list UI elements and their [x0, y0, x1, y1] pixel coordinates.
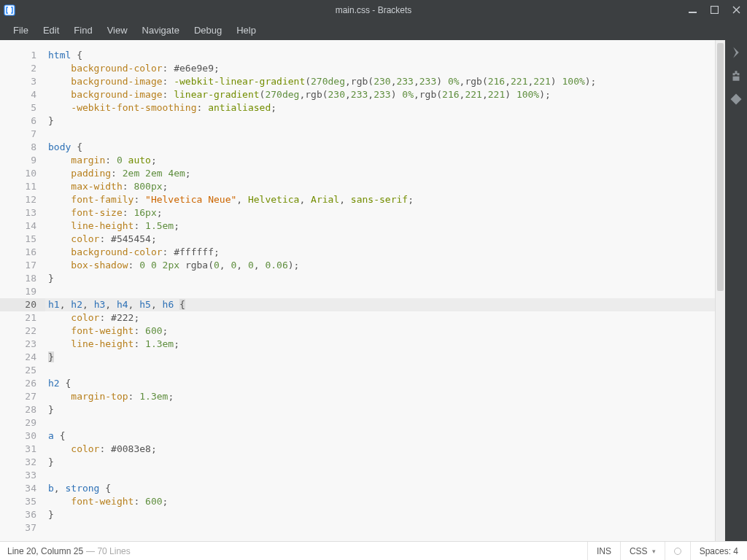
line-number[interactable]: 19	[0, 285, 45, 298]
code-line[interactable]: font-weight: 600;	[45, 495, 715, 508]
code-line[interactable]: font-family: "Helvetica Neue", Helvetica…	[45, 193, 715, 206]
insert-mode-toggle[interactable]: INS	[587, 542, 620, 560]
code-line[interactable]: font-weight: 600;	[45, 324, 715, 338]
code-line[interactable]	[45, 285, 715, 298]
line-number[interactable]: 15	[0, 233, 45, 246]
code-area[interactable]: html { background-color: #e6e9e9; backgr…	[45, 40, 715, 541]
line-number[interactable]: 33	[0, 469, 45, 482]
menu-navigate[interactable]: Navigate	[135, 22, 187, 39]
code-line[interactable]	[45, 416, 715, 429]
code-line[interactable]: }	[45, 114, 715, 128]
menu-find[interactable]: Find	[66, 22, 99, 39]
language-mode-selector[interactable]: CSS▾	[620, 542, 665, 560]
svg-rect-0	[4, 5, 15, 15]
line-number[interactable]: 29	[0, 416, 45, 429]
line-number[interactable]: 35	[0, 495, 45, 508]
code-line[interactable]: }	[45, 403, 715, 416]
menu-view[interactable]: View	[100, 22, 135, 39]
line-number[interactable]: 3	[0, 75, 45, 88]
line-number-gutter[interactable]: 1234567891011121314151617181920212223242…	[0, 40, 45, 541]
code-line[interactable]: html {	[45, 49, 715, 62]
code-line[interactable]: b, strong {	[45, 482, 715, 495]
line-number[interactable]: 21	[0, 311, 45, 324]
live-preview-icon[interactable]	[728, 44, 744, 61]
window-close-button[interactable]	[725, 0, 747, 20]
line-number[interactable]: 34	[0, 482, 45, 495]
code-line[interactable]: color: #545454;	[45, 233, 715, 246]
line-number[interactable]: 30	[0, 429, 45, 443]
window-maximize-button[interactable]	[703, 0, 725, 20]
line-number[interactable]: 22	[0, 324, 45, 338]
code-line[interactable]	[45, 128, 715, 141]
code-line[interactable]: }	[45, 508, 715, 521]
line-number[interactable]: 20	[0, 298, 45, 311]
line-number[interactable]: 10	[0, 167, 45, 180]
line-number[interactable]: 23	[0, 338, 45, 351]
plugin-icon[interactable]	[728, 91, 744, 107]
line-number[interactable]: 25	[0, 364, 45, 377]
code-line[interactable]: line-height: 1.3em;	[45, 338, 715, 351]
line-number[interactable]: 11	[0, 180, 45, 193]
code-line[interactable]	[45, 469, 715, 482]
code-line[interactable]: background-image: linear-gradient(270deg…	[45, 88, 715, 101]
code-line[interactable]: h1, h2, h3, h4, h5, h6 {	[45, 298, 715, 311]
code-editor[interactable]: 1234567891011121314151617181920212223242…	[0, 40, 725, 541]
code-line[interactable]: font-size: 16px;	[45, 206, 715, 219]
code-line[interactable]: color: #222;	[45, 311, 715, 324]
code-line[interactable]: body {	[45, 141, 715, 154]
line-number[interactable]: 27	[0, 390, 45, 403]
code-line[interactable]: margin-top: 1.3em;	[45, 390, 715, 403]
line-number[interactable]: 37	[0, 521, 45, 534]
line-number[interactable]: 9	[0, 154, 45, 167]
lint-status[interactable]	[665, 542, 690, 560]
line-number[interactable]: 4	[0, 88, 45, 101]
extension-manager-icon[interactable]	[728, 68, 744, 84]
menu-debug[interactable]: Debug	[187, 22, 229, 39]
menu-help[interactable]: Help	[229, 22, 263, 39]
line-number[interactable]: 17	[0, 259, 45, 272]
cursor-position[interactable]: Line 20, Column 25	[0, 546, 83, 556]
code-line[interactable]: margin: 0 auto;	[45, 154, 715, 167]
scrollbar-thumb[interactable]	[717, 43, 724, 291]
menu-edit[interactable]: Edit	[36, 22, 66, 39]
svg-rect-3	[711, 7, 718, 14]
line-number[interactable]: 12	[0, 193, 45, 206]
line-number[interactable]: 5	[0, 101, 45, 114]
line-number[interactable]: 31	[0, 443, 45, 456]
line-number[interactable]: 24	[0, 351, 45, 364]
line-number[interactable]: 26	[0, 377, 45, 390]
line-number[interactable]: 28	[0, 403, 45, 416]
code-line[interactable]: box-shadow: 0 0 2px rgba(0, 0, 0, 0.06);	[45, 259, 715, 272]
code-line[interactable]: color: #0083e8;	[45, 443, 715, 456]
code-line[interactable]: background-color: #e6e9e9;	[45, 62, 715, 75]
indent-settings[interactable]: Spaces: 4	[690, 542, 747, 560]
line-number[interactable]: 7	[0, 128, 45, 141]
code-line[interactable]	[45, 521, 715, 534]
line-number[interactable]: 13	[0, 206, 45, 219]
code-line[interactable]: }	[45, 351, 715, 364]
line-number[interactable]: 8	[0, 141, 45, 154]
code-line[interactable]: padding: 2em 2em 4em;	[45, 167, 715, 180]
code-line[interactable]: a {	[45, 429, 715, 443]
line-number[interactable]: 36	[0, 508, 45, 521]
code-line[interactable]: max-width: 800px;	[45, 180, 715, 193]
line-number[interactable]: 2	[0, 62, 45, 75]
window-minimize-button[interactable]	[681, 0, 703, 20]
code-line[interactable]: line-height: 1.5em;	[45, 219, 715, 233]
code-line[interactable]: h2 {	[45, 377, 715, 390]
line-number[interactable]: 6	[0, 114, 45, 128]
line-number[interactable]: 18	[0, 272, 45, 285]
code-line[interactable]	[45, 364, 715, 377]
code-line[interactable]: background-color: #ffffff;	[45, 246, 715, 259]
line-number[interactable]: 14	[0, 219, 45, 233]
code-line[interactable]: }	[45, 456, 715, 469]
line-number[interactable]: 16	[0, 246, 45, 259]
menu-file[interactable]: File	[6, 22, 36, 39]
code-line[interactable]: background-image: -webkit-linear-gradien…	[45, 75, 715, 88]
code-line[interactable]: -webkit-font-smoothing: antialiased;	[45, 101, 715, 114]
chevron-down-icon: ▾	[652, 548, 656, 555]
line-number[interactable]: 32	[0, 456, 45, 469]
line-number[interactable]: 1	[0, 49, 45, 62]
code-line[interactable]: }	[45, 272, 715, 285]
vertical-scrollbar[interactable]	[715, 40, 725, 541]
